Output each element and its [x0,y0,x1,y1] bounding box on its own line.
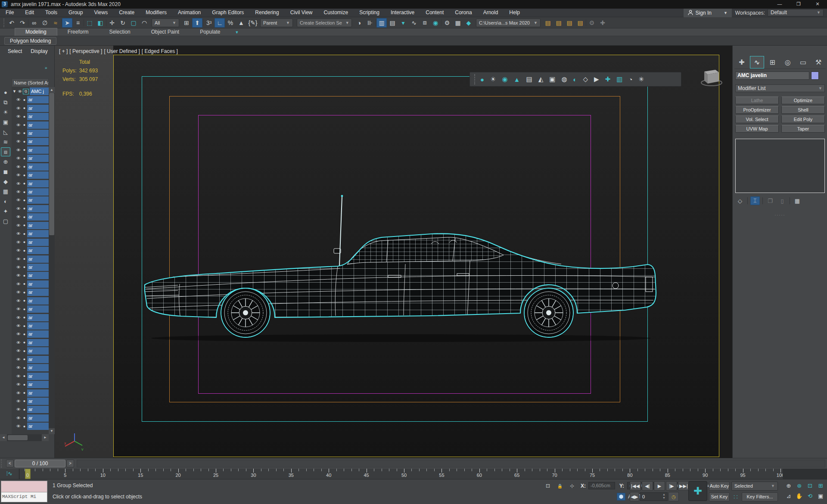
visibility-eye-icon[interactable]: 👁 [16,332,22,336]
bind-to-spacewarp-icon[interactable]: ≈ [50,18,61,28]
next-frame-button[interactable]: |▶ [666,481,677,491]
visibility-eye-icon[interactable]: 👁 [16,315,22,320]
explorer-object-row[interactable]: 👁 ● ar [12,405,49,414]
explorer-object-row[interactable]: 👁 ● ar [12,221,49,230]
explorer-object-row[interactable]: 👁 ● ar [12,330,49,338]
workspace-dropdown[interactable]: Default ▼ [768,9,824,16]
toggle-layer-explorer-icon[interactable]: ▤ [387,18,398,28]
corona-region-icon[interactable]: ◇ [583,75,588,83]
panel-resize-handle[interactable]: ····· [733,213,827,217]
gear-pencil-icon[interactable]: ⚙ [587,18,597,28]
visibility-eye-icon[interactable]: 👁 [16,357,22,362]
select-and-place-icon[interactable]: ◠ [139,18,149,28]
explorer-object-row[interactable]: 👁 ● ar [12,414,49,422]
corona-material-icon[interactable]: ◔ [628,76,632,83]
vol-select-button[interactable]: Vol. Select [735,115,779,123]
corona-slicer-icon[interactable]: ◭ [538,75,544,83]
object-name-field[interactable]: AMC javelin [735,72,809,80]
viewport-label-segment[interactable]: [ Perspective ] [69,48,102,54]
visibility-eye-icon[interactable]: 👁 [16,399,22,404]
zoom-icon[interactable]: ⊕ [784,481,793,490]
visibility-eye-icon[interactable]: 👁 [16,215,22,219]
explorer-object-row[interactable]: 👁 ● ar [12,205,49,213]
go-to-start-button[interactable]: |◀◀ [630,481,641,491]
tab-modeling[interactable]: Modeling [15,28,57,36]
explorer-object-row[interactable]: 👁 ● ar [12,213,49,221]
visibility-eye-icon[interactable]: 👁 [16,139,22,144]
use-pivot-center-icon[interactable]: ⊞ [181,18,192,28]
edit-poly-button[interactable]: Edit Poly [781,115,825,123]
explorer-object-row[interactable]: 👁 ● ar [12,104,49,112]
corona-swirl-icon[interactable]: ◍ [561,75,567,83]
explorer-object-row[interactable]: 👁 ● ar [12,297,49,305]
material-editor-icon[interactable]: ◉ [430,18,441,28]
layer-state-2-icon[interactable]: ▤ [553,18,564,28]
corona-layers-icon[interactable]: ◐ [573,76,577,83]
menubar-item[interactable]: Interactive [385,9,420,17]
explorer-object-row[interactable]: 👁 ● ar [12,305,49,313]
layer-state-1-icon[interactable]: ▤ [543,18,553,28]
unlink-selection-icon[interactable]: ∅ [40,18,50,28]
edit-named-sets-icon[interactable]: {✎} [248,18,258,28]
explorer-object-row[interactable]: 👁 ● ar [12,179,49,187]
pan-icon[interactable]: ✋ [795,492,804,501]
tab-create[interactable]: ✚ [734,56,749,68]
undo-icon[interactable]: ↶ [6,18,17,28]
menubar-item[interactable]: File [0,9,19,17]
menubar-item[interactable]: Modifiers [140,9,172,17]
time-slider-track[interactable] [77,460,825,467]
stack-tool-icon[interactable] [790,197,790,204]
explorer-object-row[interactable]: 👁 ● ar [12,339,49,347]
close-button[interactable]: ✕ [808,0,827,9]
explorer-object-row[interactable]: 👁 ● ar [12,263,49,271]
remove-modifier-icon[interactable]: ▯ [777,196,787,205]
configure-modifier-sets-icon[interactable]: ▦ [793,196,802,205]
zoom-extents-all-icon[interactable]: ⊞ [816,481,825,490]
visibility-eye-icon[interactable]: 👁 [16,348,22,353]
corona-camera-add-icon[interactable]: ✚ [605,75,611,83]
visibility-eye-icon[interactable]: 👁 [16,307,22,311]
explorer-column-header[interactable]: Name (Sorted Ascer [12,78,49,87]
curve-editor-icon[interactable]: ∿ [409,18,419,28]
explorer-menu[interactable]: Display [27,47,51,55]
maxscript-listener-pane[interactable]: MAXScript Mi [1,492,47,502]
corona-camera-icon[interactable]: ◉ [502,75,508,83]
corona-scatter-icon[interactable]: ▲ [514,76,520,83]
key-mode-toggle[interactable]: ◀▶ [630,492,639,501]
taper-button[interactable]: Taper [781,125,825,133]
zoom-extents-icon[interactable]: ⊡ [805,481,815,490]
visibility-eye-icon[interactable]: 👁 [16,273,22,278]
modifier-stack[interactable] [735,139,825,193]
menubar-item[interactable]: Views [88,9,113,17]
explorer-object-row[interactable]: 👁 ● ar [12,347,49,355]
select-and-move-icon[interactable]: ✛ [107,18,117,28]
menubar-item[interactable]: Help [504,9,525,17]
perspective-viewport[interactable]: [ + ][ Perspective ][ User Defined ][ Ed… [55,46,732,458]
render-setup-icon[interactable]: ⚙ [442,18,452,28]
modifier-list-dropdown[interactable]: Modifier List ▼ [735,84,825,92]
scroll-right-icon[interactable]: ► [42,434,49,441]
menubar-item[interactable]: Tools [40,9,63,17]
viewcube[interactable] [698,64,725,90]
visibility-eye-icon[interactable]: 👁 [16,198,22,202]
viewport-label-segment[interactable]: [ + ] [59,48,68,54]
optimize-button[interactable]: Optimize [781,96,825,104]
toggle-ribbon-icon[interactable]: ▾ [398,18,408,28]
explorer-object-row[interactable]: 👁 ● ar [12,121,49,129]
reference-coordinate-dropdown[interactable]: Parent▼ [260,19,293,27]
select-object-icon[interactable]: ➤ [62,18,72,28]
tab-selection[interactable]: Selection [99,28,140,36]
redo-icon[interactable]: ↷ [17,18,28,28]
maximize-viewport-icon[interactable]: ▣ [816,492,825,501]
corona-list-icon[interactable]: ▤ [526,75,532,83]
explorer-vertical-scrollbar[interactable]: ▲ ▼ [49,87,55,434]
explorer-object-row[interactable]: 👁 ● ar [12,196,49,204]
tab-modify[interactable]: ∿ [750,56,765,68]
select-and-link-icon[interactable]: ∞ [29,18,39,28]
visibility-eye-icon[interactable]: 👁 [16,231,22,236]
align-icon[interactable]: ⊪ [365,18,375,28]
filter-materials-icon[interactable]: ◐ [1,197,10,206]
explorer-object-row[interactable]: 👁 ● ar [12,322,49,330]
explorer-object-row[interactable]: 👁 ● ar [12,313,49,321]
visibility-eye-icon[interactable]: 👁 [16,206,22,211]
